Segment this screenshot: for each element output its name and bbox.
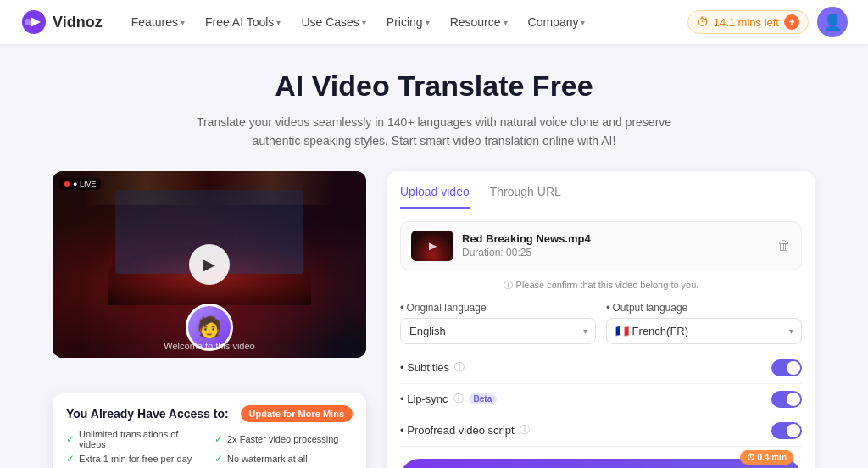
main-content: AI Video Translate Free Translate your v… xyxy=(0,44,868,468)
output-language-select[interactable]: 🇫🇷 French(FR) English Spanish German xyxy=(606,318,802,344)
lipsync-toggle-row: • Lip-sync ⓘ Beta xyxy=(400,384,802,415)
lipsync-label: • Lip-sync ⓘ Beta xyxy=(400,392,497,406)
video-caption: Welcome to this video xyxy=(53,341,366,351)
info-icon: ⓘ xyxy=(453,392,464,406)
original-language-select-wrapper: English French Spanish German ▾ xyxy=(400,318,596,344)
check-icon: ✓ xyxy=(214,453,223,465)
right-panel: Upload video Through URL ▶ Red Breaking … xyxy=(387,171,815,468)
promo-card: You Already Have Access to: Update for M… xyxy=(53,393,366,468)
lipsync-toggle[interactable] xyxy=(771,391,802,408)
min-badge: ⏱ 0.4 min xyxy=(740,450,793,465)
info-icon: ⓘ xyxy=(454,360,465,375)
play-icon: ▶ xyxy=(203,255,215,274)
check-icon: ✓ xyxy=(214,433,223,445)
proofread-toggle[interactable] xyxy=(771,422,802,439)
nav-links: Features ▾ Free AI Tools ▾ Use Cases ▾ P… xyxy=(123,10,687,34)
svg-point-2 xyxy=(25,19,31,25)
subtitles-toggle-row: • Subtitles ⓘ xyxy=(400,353,802,384)
logo-icon xyxy=(20,8,47,36)
nav-item-free-ai-tools[interactable]: Free AI Tools ▾ xyxy=(197,10,289,34)
video-file-row: ▶ Red Breaking News.mp4 Duration: 00:25 … xyxy=(400,221,802,270)
proofread-label: • Proofread video script ⓘ xyxy=(400,423,530,437)
live-text: ● LIVE xyxy=(73,180,96,188)
subtitles-toggle[interactable] xyxy=(771,359,802,376)
video-name: Red Breaking News.mp4 xyxy=(462,232,769,245)
translate-section: ⏱ 0.4 min Translate Now xyxy=(400,459,802,468)
video-duration: Duration: 00:25 xyxy=(462,247,769,259)
thumb-inner: ▶ xyxy=(411,231,453,261)
output-language-select-wrapper: 🇫🇷 French(FR) English Spanish German ▾ xyxy=(606,318,802,344)
upload-tabs: Upload video Through URL xyxy=(400,185,802,209)
nav-right: ⏱ 14.1 mins left + 👤 xyxy=(687,7,848,37)
add-time-button[interactable]: + xyxy=(784,14,799,30)
chevron-down-icon: ▾ xyxy=(362,18,366,27)
nav-item-resource[interactable]: Resource ▾ xyxy=(442,10,516,34)
avatar[interactable]: 👤 xyxy=(817,7,848,37)
output-language-group: • Output language 🇫🇷 French(FR) English … xyxy=(606,302,802,344)
promo-header: You Already Have Access to: Update for M… xyxy=(66,405,353,422)
original-language-label: • Original language xyxy=(400,302,596,314)
check-icon: ✓ xyxy=(66,433,75,445)
chevron-down-icon: ▾ xyxy=(581,18,585,27)
language-selectors: • Original language English French Spani… xyxy=(400,302,802,344)
info-icon: ⓘ xyxy=(520,423,530,437)
confirm-text: ⓘ Please confirm that this video belong … xyxy=(400,279,802,292)
output-language-label: • Output language xyxy=(606,302,802,314)
tab-upload-video[interactable]: Upload video xyxy=(400,185,470,209)
promo-feature-1: ✓ Unlimited translations of videos xyxy=(66,429,204,449)
chevron-down-icon: ▾ xyxy=(276,18,281,27)
promo-feature-2: ✓ 2x Faster video processing xyxy=(214,429,353,449)
nav-item-use-cases[interactable]: Use Cases ▾ xyxy=(292,10,374,34)
logo[interactable]: Vidnoz xyxy=(20,8,103,36)
video-info: Red Breaking News.mp4 Duration: 00:25 xyxy=(462,232,769,259)
tab-through-url[interactable]: Through URL xyxy=(490,185,561,209)
update-button[interactable]: Update for More Mins xyxy=(241,405,353,422)
live-indicator xyxy=(64,181,70,187)
promo-title: You Already Have Access to: xyxy=(66,407,229,421)
live-badge: ● LIVE xyxy=(59,178,101,190)
navbar: Vidnoz Features ▾ Free AI Tools ▾ Use Ca… xyxy=(0,0,868,44)
nav-item-company[interactable]: Company ▾ xyxy=(520,10,594,34)
promo-feature-3: ✓ Extra 1 min for free per day xyxy=(66,453,204,465)
chevron-down-icon: ▾ xyxy=(426,18,430,27)
page-title: AI Video Translate Free xyxy=(275,70,593,103)
chevron-down-icon: ▾ xyxy=(181,18,185,27)
clock-icon: ⏱ xyxy=(697,15,709,29)
promo-feature-4: ✓ No watermark at all xyxy=(214,453,353,465)
nav-item-pricing[interactable]: Pricing ▾ xyxy=(378,10,438,34)
thumb-play-icon: ▶ xyxy=(429,240,437,252)
delete-button[interactable]: 🗑 xyxy=(777,238,791,254)
user-icon: 👤 xyxy=(823,13,842,31)
proofread-toggle-row: • Proofread video script ⓘ xyxy=(400,415,802,447)
content-row: ● LIVE ▶ 🧑 Welcome to this video You Alr… xyxy=(53,171,815,468)
page-subtitle: Translate your videos seamlessly in 140+… xyxy=(171,113,697,151)
logo-text: Vidnoz xyxy=(53,14,103,31)
person-icon: 🧑 xyxy=(197,315,222,339)
video-thumbnail: ▶ xyxy=(411,231,453,261)
promo-features: ✓ Unlimited translations of videos ✓ 2x … xyxy=(66,429,353,465)
chevron-down-icon: ▾ xyxy=(504,18,508,27)
original-language-select[interactable]: English French Spanish German xyxy=(400,318,596,344)
time-badge[interactable]: ⏱ 14.1 mins left + xyxy=(687,10,809,34)
video-panel[interactable]: ● LIVE ▶ 🧑 Welcome to this video xyxy=(53,171,366,358)
subtitles-label: • Subtitles ⓘ xyxy=(400,360,465,375)
beta-badge: Beta xyxy=(469,393,498,404)
nav-item-features[interactable]: Features ▾ xyxy=(123,10,193,34)
info-icon: ⓘ xyxy=(504,279,513,292)
video-section: ● LIVE ▶ 🧑 Welcome to this video You Alr… xyxy=(53,171,366,417)
original-language-group: • Original language English French Spani… xyxy=(400,302,596,344)
check-icon: ✓ xyxy=(66,453,75,465)
play-button[interactable]: ▶ xyxy=(189,244,230,285)
